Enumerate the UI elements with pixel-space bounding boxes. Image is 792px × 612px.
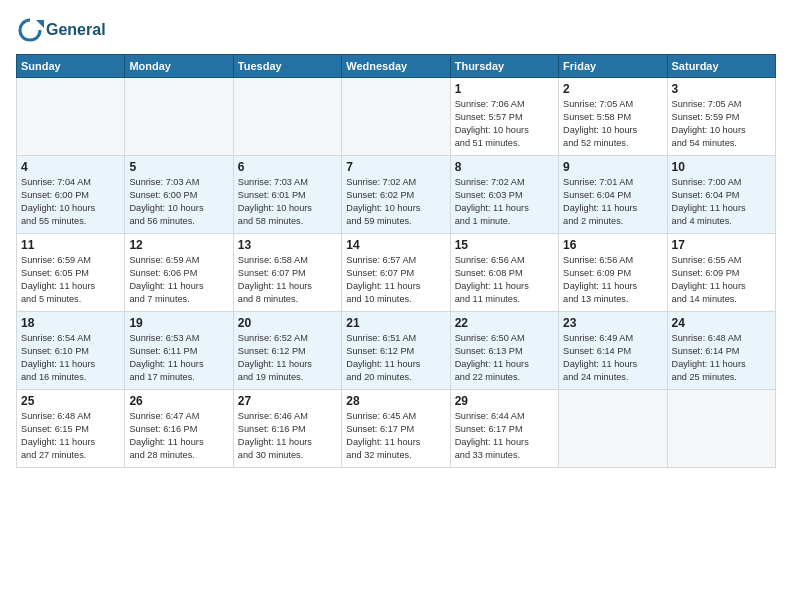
day-number: 4 xyxy=(21,160,120,174)
calendar-cell: 13Sunrise: 6:58 AM Sunset: 6:07 PM Dayli… xyxy=(233,234,341,312)
day-info: Sunrise: 6:55 AM Sunset: 6:09 PM Dayligh… xyxy=(672,254,771,306)
day-number: 7 xyxy=(346,160,445,174)
weekday-header-row: SundayMondayTuesdayWednesdayThursdayFrid… xyxy=(17,55,776,78)
calendar-cell: 3Sunrise: 7:05 AM Sunset: 5:59 PM Daylig… xyxy=(667,78,775,156)
logo-text: General xyxy=(46,20,106,39)
day-info: Sunrise: 6:54 AM Sunset: 6:10 PM Dayligh… xyxy=(21,332,120,384)
calendar-cell: 4Sunrise: 7:04 AM Sunset: 6:00 PM Daylig… xyxy=(17,156,125,234)
logo: General xyxy=(16,16,106,44)
calendar-cell: 1Sunrise: 7:06 AM Sunset: 5:57 PM Daylig… xyxy=(450,78,558,156)
day-info: Sunrise: 7:01 AM Sunset: 6:04 PM Dayligh… xyxy=(563,176,662,228)
day-info: Sunrise: 7:02 AM Sunset: 6:03 PM Dayligh… xyxy=(455,176,554,228)
calendar-cell: 9Sunrise: 7:01 AM Sunset: 6:04 PM Daylig… xyxy=(559,156,667,234)
logo-icon xyxy=(16,16,44,44)
day-number: 24 xyxy=(672,316,771,330)
calendar-cell: 8Sunrise: 7:02 AM Sunset: 6:03 PM Daylig… xyxy=(450,156,558,234)
header: General xyxy=(16,16,776,44)
day-number: 29 xyxy=(455,394,554,408)
calendar-week-4: 18Sunrise: 6:54 AM Sunset: 6:10 PM Dayli… xyxy=(17,312,776,390)
calendar-cell xyxy=(125,78,233,156)
calendar-cell: 21Sunrise: 6:51 AM Sunset: 6:12 PM Dayli… xyxy=(342,312,450,390)
day-info: Sunrise: 7:00 AM Sunset: 6:04 PM Dayligh… xyxy=(672,176,771,228)
calendar-cell: 6Sunrise: 7:03 AM Sunset: 6:01 PM Daylig… xyxy=(233,156,341,234)
day-info: Sunrise: 7:03 AM Sunset: 6:01 PM Dayligh… xyxy=(238,176,337,228)
weekday-header-friday: Friday xyxy=(559,55,667,78)
day-info: Sunrise: 6:58 AM Sunset: 6:07 PM Dayligh… xyxy=(238,254,337,306)
calendar-cell: 27Sunrise: 6:46 AM Sunset: 6:16 PM Dayli… xyxy=(233,390,341,468)
calendar-cell xyxy=(342,78,450,156)
day-info: Sunrise: 7:03 AM Sunset: 6:00 PM Dayligh… xyxy=(129,176,228,228)
day-number: 9 xyxy=(563,160,662,174)
calendar-cell: 15Sunrise: 6:56 AM Sunset: 6:08 PM Dayli… xyxy=(450,234,558,312)
day-info: Sunrise: 7:06 AM Sunset: 5:57 PM Dayligh… xyxy=(455,98,554,150)
day-info: Sunrise: 6:57 AM Sunset: 6:07 PM Dayligh… xyxy=(346,254,445,306)
calendar-cell: 11Sunrise: 6:59 AM Sunset: 6:05 PM Dayli… xyxy=(17,234,125,312)
day-number: 6 xyxy=(238,160,337,174)
day-info: Sunrise: 6:56 AM Sunset: 6:09 PM Dayligh… xyxy=(563,254,662,306)
day-info: Sunrise: 7:02 AM Sunset: 6:02 PM Dayligh… xyxy=(346,176,445,228)
day-info: Sunrise: 6:47 AM Sunset: 6:16 PM Dayligh… xyxy=(129,410,228,462)
weekday-header-tuesday: Tuesday xyxy=(233,55,341,78)
day-number: 14 xyxy=(346,238,445,252)
calendar-cell: 19Sunrise: 6:53 AM Sunset: 6:11 PM Dayli… xyxy=(125,312,233,390)
calendar-cell: 28Sunrise: 6:45 AM Sunset: 6:17 PM Dayli… xyxy=(342,390,450,468)
day-info: Sunrise: 6:51 AM Sunset: 6:12 PM Dayligh… xyxy=(346,332,445,384)
day-info: Sunrise: 6:53 AM Sunset: 6:11 PM Dayligh… xyxy=(129,332,228,384)
calendar-cell: 10Sunrise: 7:00 AM Sunset: 6:04 PM Dayli… xyxy=(667,156,775,234)
calendar-cell xyxy=(17,78,125,156)
day-number: 5 xyxy=(129,160,228,174)
day-number: 18 xyxy=(21,316,120,330)
day-number: 21 xyxy=(346,316,445,330)
day-number: 3 xyxy=(672,82,771,96)
day-number: 1 xyxy=(455,82,554,96)
calendar-week-2: 4Sunrise: 7:04 AM Sunset: 6:00 PM Daylig… xyxy=(17,156,776,234)
calendar-cell: 29Sunrise: 6:44 AM Sunset: 6:17 PM Dayli… xyxy=(450,390,558,468)
calendar-cell: 20Sunrise: 6:52 AM Sunset: 6:12 PM Dayli… xyxy=(233,312,341,390)
day-info: Sunrise: 6:56 AM Sunset: 6:08 PM Dayligh… xyxy=(455,254,554,306)
calendar-week-1: 1Sunrise: 7:06 AM Sunset: 5:57 PM Daylig… xyxy=(17,78,776,156)
calendar-cell: 16Sunrise: 6:56 AM Sunset: 6:09 PM Dayli… xyxy=(559,234,667,312)
day-number: 11 xyxy=(21,238,120,252)
calendar-cell: 18Sunrise: 6:54 AM Sunset: 6:10 PM Dayli… xyxy=(17,312,125,390)
page: General SundayMondayTuesdayWednesdayThur… xyxy=(0,0,792,478)
day-number: 16 xyxy=(563,238,662,252)
day-info: Sunrise: 7:05 AM Sunset: 5:59 PM Dayligh… xyxy=(672,98,771,150)
day-info: Sunrise: 6:46 AM Sunset: 6:16 PM Dayligh… xyxy=(238,410,337,462)
day-info: Sunrise: 6:48 AM Sunset: 6:14 PM Dayligh… xyxy=(672,332,771,384)
day-info: Sunrise: 6:50 AM Sunset: 6:13 PM Dayligh… xyxy=(455,332,554,384)
day-info: Sunrise: 6:52 AM Sunset: 6:12 PM Dayligh… xyxy=(238,332,337,384)
day-number: 8 xyxy=(455,160,554,174)
day-info: Sunrise: 6:45 AM Sunset: 6:17 PM Dayligh… xyxy=(346,410,445,462)
day-info: Sunrise: 6:59 AM Sunset: 6:05 PM Dayligh… xyxy=(21,254,120,306)
calendar-cell xyxy=(559,390,667,468)
day-number: 25 xyxy=(21,394,120,408)
day-info: Sunrise: 6:49 AM Sunset: 6:14 PM Dayligh… xyxy=(563,332,662,384)
weekday-header-thursday: Thursday xyxy=(450,55,558,78)
calendar-cell: 26Sunrise: 6:47 AM Sunset: 6:16 PM Dayli… xyxy=(125,390,233,468)
calendar-table: SundayMondayTuesdayWednesdayThursdayFrid… xyxy=(16,54,776,468)
weekday-header-saturday: Saturday xyxy=(667,55,775,78)
calendar-cell: 14Sunrise: 6:57 AM Sunset: 6:07 PM Dayli… xyxy=(342,234,450,312)
weekday-header-monday: Monday xyxy=(125,55,233,78)
day-info: Sunrise: 7:04 AM Sunset: 6:00 PM Dayligh… xyxy=(21,176,120,228)
calendar-cell: 25Sunrise: 6:48 AM Sunset: 6:15 PM Dayli… xyxy=(17,390,125,468)
day-number: 17 xyxy=(672,238,771,252)
calendar-cell: 7Sunrise: 7:02 AM Sunset: 6:02 PM Daylig… xyxy=(342,156,450,234)
calendar-cell: 22Sunrise: 6:50 AM Sunset: 6:13 PM Dayli… xyxy=(450,312,558,390)
calendar-week-3: 11Sunrise: 6:59 AM Sunset: 6:05 PM Dayli… xyxy=(17,234,776,312)
day-number: 27 xyxy=(238,394,337,408)
day-info: Sunrise: 7:05 AM Sunset: 5:58 PM Dayligh… xyxy=(563,98,662,150)
day-number: 2 xyxy=(563,82,662,96)
weekday-header-sunday: Sunday xyxy=(17,55,125,78)
weekday-header-wednesday: Wednesday xyxy=(342,55,450,78)
day-number: 22 xyxy=(455,316,554,330)
day-number: 19 xyxy=(129,316,228,330)
calendar-cell: 5Sunrise: 7:03 AM Sunset: 6:00 PM Daylig… xyxy=(125,156,233,234)
calendar-cell xyxy=(233,78,341,156)
day-number: 28 xyxy=(346,394,445,408)
calendar-week-5: 25Sunrise: 6:48 AM Sunset: 6:15 PM Dayli… xyxy=(17,390,776,468)
calendar-cell: 24Sunrise: 6:48 AM Sunset: 6:14 PM Dayli… xyxy=(667,312,775,390)
day-info: Sunrise: 6:48 AM Sunset: 6:15 PM Dayligh… xyxy=(21,410,120,462)
calendar-cell: 12Sunrise: 6:59 AM Sunset: 6:06 PM Dayli… xyxy=(125,234,233,312)
calendar-cell xyxy=(667,390,775,468)
